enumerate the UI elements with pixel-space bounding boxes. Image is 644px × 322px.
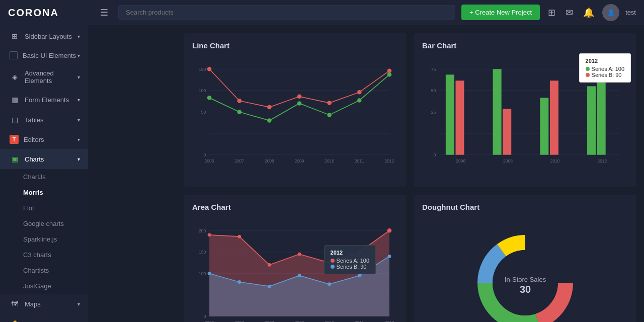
dot-b-2007 <box>237 99 242 103</box>
dot-a-2008 <box>267 118 272 123</box>
tooltip-year: 2012 <box>586 58 624 64</box>
doughnut-container: In-Store Sales 30 <box>422 217 628 322</box>
editors-icon: T <box>10 135 19 144</box>
area-chart-title: Area Chart <box>192 203 398 211</box>
tables-icon: ▤ <box>10 115 20 125</box>
tooltip-series-b-label: Series B: 90 <box>592 72 622 78</box>
sidebar-item-charts[interactable]: ▣ Charts ▾ <box>0 149 88 169</box>
sidebar-subitem-morris[interactable]: Morris <box>0 185 88 200</box>
area-dot-a-2012 <box>387 228 392 233</box>
doughnut-chart-card: Doughnut Chart In-Store Sales 30 <box>414 195 636 322</box>
sidebar-layouts-icon: ⊞ <box>10 31 20 41</box>
dot-a-2007 <box>237 110 242 114</box>
svg-text:2011: 2011 <box>355 320 364 322</box>
tooltip-label-b: Series B: 90 <box>337 264 367 270</box>
tooltip-series-b-dot <box>586 73 590 77</box>
sidebar-subitem-chartists[interactable]: Chartists <box>0 263 88 278</box>
sidebar-subitem-c3[interactable]: C3 charts <box>0 247 88 263</box>
dot-b-2006 <box>207 67 212 71</box>
sidebar-subitem-flot[interactable]: Flot <box>0 200 88 216</box>
area-dot-b-2007 <box>237 280 241 284</box>
tooltip-series-a-row: Series A: 100 <box>586 66 624 72</box>
bar-2006-a <box>446 74 454 154</box>
grid-icon[interactable]: ⊞ <box>546 5 557 20</box>
form-icon: ▦ <box>10 95 20 105</box>
svg-text:25: 25 <box>431 110 436 115</box>
svg-text:2006: 2006 <box>205 158 214 164</box>
area-dot-a-2006 <box>208 233 211 236</box>
svg-text:2008: 2008 <box>503 158 513 164</box>
area-dot-b-2011 <box>358 274 361 277</box>
mail-icon[interactable]: ✉ <box>564 5 575 20</box>
area-dot-b-2012 <box>388 255 391 258</box>
tooltip-series-a-row: Series A: 100 <box>331 258 369 264</box>
sidebar: CORONA ⊞ Sidebar Layouts ▾ Basic UI Elem… <box>0 0 88 322</box>
bell-icon[interactable]: 🔔 <box>581 5 596 20</box>
main-content: Line Chart 150 100 50 0 2006 2007 2008 2… <box>176 25 644 322</box>
chevron-down-icon: ▾ <box>77 301 80 307</box>
tooltip-year: 2012 <box>331 250 369 256</box>
svg-text:2012: 2012 <box>384 158 394 164</box>
svg-text:2006: 2006 <box>456 158 465 164</box>
area-chart-tooltip: 2012 Series A: 100 Series B: 90 <box>324 245 376 274</box>
sidebar-item-advanced[interactable]: ◈ Advanced Elements ▾ <box>0 64 88 90</box>
chevron-down-icon: ▾ <box>77 137 80 142</box>
area-chart-card: Area Chart 200 150 100 0 2006 2007 2008 … <box>184 195 406 322</box>
sidebar-item-label: Charts <box>25 155 44 163</box>
svg-text:50: 50 <box>201 110 206 115</box>
user-menu[interactable]: test <box>625 9 636 16</box>
svg-text:2006: 2006 <box>205 320 214 322</box>
area-dot-b-2008 <box>268 285 271 288</box>
bar-chart-tooltip: 2012 Series A: 100 Series B: 90 <box>579 53 631 83</box>
tooltip-series-b-row: Series B: 90 <box>586 72 624 78</box>
dot-b-2011 <box>357 90 362 95</box>
avatar[interactable]: 👤 <box>602 4 619 21</box>
area-dot-a-2009 <box>298 253 301 256</box>
area-dot-a-2007 <box>237 235 241 238</box>
sidebar-item-form[interactable]: ▦ Form Elements ▾ <box>0 90 88 110</box>
maps-icon: 🗺 <box>10 299 20 309</box>
menu-toggle-button[interactable]: ☰ <box>96 5 112 20</box>
svg-text:150: 150 <box>199 67 206 72</box>
sidebar-subitem-justgage[interactable]: JustGage <box>0 278 88 294</box>
dot-a-2012 <box>387 72 392 77</box>
search-input[interactable] <box>118 5 455 20</box>
svg-text:150: 150 <box>199 250 206 255</box>
sidebar-item-sidebar-layouts[interactable]: ⊞ Sidebar Layouts ▾ <box>0 26 88 46</box>
tooltip-dot-a <box>331 259 335 263</box>
sidebar-item-label: Maps <box>25 300 41 308</box>
sidebar-item-basic-ui[interactable]: Basic UI Elements ▾ <box>0 46 88 64</box>
svg-text:2008: 2008 <box>265 320 274 322</box>
doughnut-svg: In-Store Sales 30 <box>470 227 581 322</box>
dot-b-2009 <box>297 95 302 99</box>
sidebar-subitem-chartjs[interactable]: ChartJs <box>0 169 88 185</box>
sidebar-item-label: Editors <box>24 136 44 143</box>
sidebar-subitem-google-charts[interactable]: Google charts <box>0 216 88 231</box>
sidebar-item-label: Form Elements <box>25 96 69 104</box>
dot-a-2006 <box>207 96 212 100</box>
bar-2010-b <box>550 80 558 154</box>
svg-text:0: 0 <box>204 152 206 157</box>
sidebar-item-label: Tables <box>25 116 44 124</box>
sidebar-item-label: Basic UI Elements <box>23 52 76 59</box>
area-dot-b-2010 <box>328 282 331 286</box>
svg-text:2008: 2008 <box>265 158 274 164</box>
create-project-button[interactable]: + Create New Project <box>461 5 540 20</box>
chevron-down-icon: ▾ <box>77 74 80 80</box>
bar-chart-card: Bar Chart 75 50 25 0 2006 2008 2010 2012 <box>414 33 636 187</box>
sidebar-subitem-sparkline[interactable]: Sparkline.js <box>0 231 88 247</box>
sidebar-item-editors[interactable]: T Editors ▾ <box>0 130 88 149</box>
area-dot-b-2006 <box>208 272 211 275</box>
sidebar-item-notifications[interactable]: 🔔 Notifications <box>0 314 88 322</box>
chevron-down-icon: ▾ <box>77 97 80 103</box>
doughnut-chart-title: Doughnut Chart <box>422 203 628 211</box>
svg-text:2009: 2009 <box>295 320 304 322</box>
svg-text:0: 0 <box>434 152 436 157</box>
svg-text:2010: 2010 <box>325 158 334 164</box>
tooltip-series-b-row: Series B: 90 <box>331 264 369 270</box>
sidebar-item-maps[interactable]: 🗺 Maps ▾ <box>0 294 88 314</box>
sidebar-item-tables[interactable]: ▤ Tables ▾ <box>0 110 88 130</box>
line-chart-title: Line Chart <box>192 41 398 50</box>
basic-ui-icon <box>10 51 18 59</box>
chevron-down-icon: ▾ <box>77 53 80 58</box>
